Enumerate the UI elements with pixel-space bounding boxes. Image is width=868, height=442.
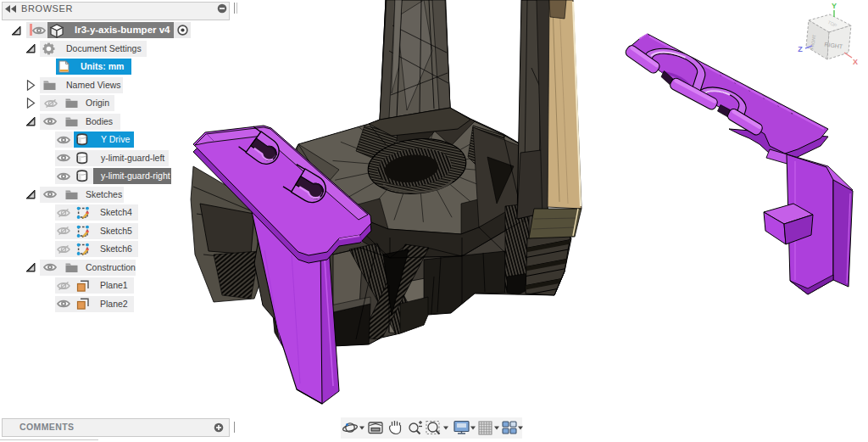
svg-text:Z: Z	[798, 45, 803, 53]
svg-text:X: X	[853, 58, 858, 66]
svg-text:Y: Y	[832, 2, 837, 10]
